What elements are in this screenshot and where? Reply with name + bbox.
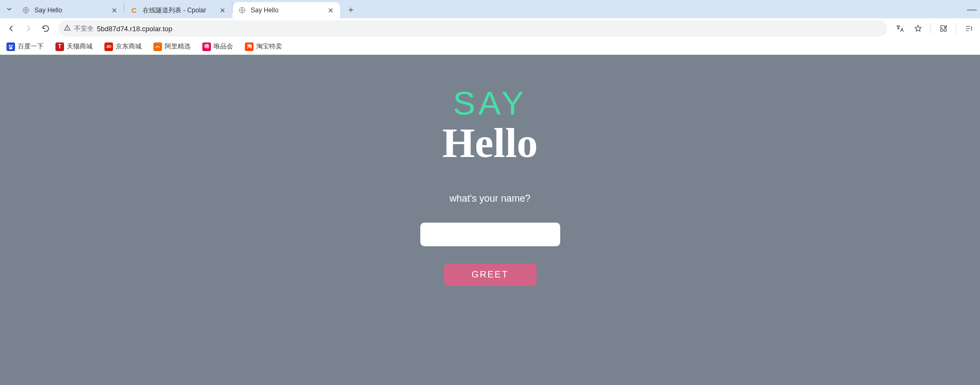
tab-search-button[interactable]	[2, 2, 16, 16]
bookmark-ali[interactable]: 阿里精选	[151, 41, 193, 52]
bookmark-vip[interactable]: 唯 唯品会	[200, 41, 235, 52]
svg-point-2	[67, 28, 67, 29]
reading-list-button[interactable]	[961, 20, 977, 37]
tab-0[interactable]: Say Hello ✕	[16, 2, 124, 18]
bookmark-label: 百度一下	[18, 42, 44, 51]
separator	[956, 23, 956, 34]
back-button[interactable]	[3, 20, 19, 37]
toolbar: 不安全 5bd87d74.r18.cpolar.top	[0, 18, 980, 39]
close-icon[interactable]: ✕	[110, 6, 118, 15]
extensions-button[interactable]	[935, 20, 951, 37]
url-text: 5bd87d74.r18.cpolar.top	[97, 25, 882, 33]
tab-1[interactable]: C 在线隧道列表 - Cpolar ✕	[124, 2, 232, 18]
globe-icon	[238, 6, 246, 15]
minimize-button[interactable]: —	[967, 4, 977, 15]
greet-button[interactable]: GREET	[444, 263, 537, 286]
separator	[930, 23, 931, 34]
bookmark-taobao[interactable]: 淘 淘宝特卖	[243, 41, 284, 52]
jd-icon: JD	[104, 42, 113, 51]
bookmark-label: 天猫商城	[67, 42, 93, 51]
svg-point-5	[9, 47, 12, 49]
bookmark-star-button[interactable]	[910, 20, 926, 37]
bookmark-label: 唯品会	[214, 42, 233, 51]
toolbar-right	[892, 20, 977, 37]
close-icon[interactable]: ✕	[218, 6, 227, 15]
translate-button[interactable]	[892, 20, 908, 37]
tab-title: 在线隧道列表 - Cpolar	[143, 6, 218, 15]
bookmark-jd[interactable]: JD 京东商城	[102, 41, 144, 52]
svg-point-4	[11, 45, 13, 46]
svg-point-3	[9, 45, 11, 46]
tab-title: Say Hello	[251, 6, 326, 14]
bookmark-label: 京东商城	[116, 42, 142, 51]
cpolar-icon: C	[130, 6, 138, 15]
tab-strip: Say Hello ✕ C 在线隧道列表 - Cpolar ✕ Say Hell…	[0, 0, 980, 18]
reload-button[interactable]	[38, 20, 54, 37]
tmall-icon: T	[55, 42, 64, 51]
heading-bottom: Hello	[442, 119, 538, 167]
bookmarks-bar: 百度一下 T 天猫商城 JD 京东商城 阿里精选 唯 唯品会 淘 淘宝特卖	[0, 39, 980, 55]
bookmark-label: 阿里精选	[165, 42, 191, 51]
vip-icon: 唯	[202, 42, 211, 51]
tab-title: Say Hello	[34, 6, 110, 14]
new-tab-button[interactable]: ＋	[343, 2, 358, 17]
page-content: SAY Hello what's your name? GREET	[0, 55, 980, 385]
bookmark-baidu[interactable]: 百度一下	[4, 41, 46, 52]
globe-icon	[22, 6, 30, 15]
address-bar[interactable]: 不安全 5bd87d74.r18.cpolar.top	[58, 20, 887, 37]
baidu-icon	[6, 42, 15, 51]
bookmark-label: 淘宝特卖	[256, 42, 282, 51]
heading-top: SAY	[453, 84, 527, 122]
security-label: 不安全	[74, 24, 94, 33]
bookmark-tmall[interactable]: T 天猫商城	[53, 41, 95, 52]
prompt-text: what's your name?	[449, 193, 531, 204]
ali-icon	[153, 42, 162, 51]
chevron-down-icon	[5, 5, 13, 13]
tab-2[interactable]: Say Hello ✕	[232, 2, 340, 18]
not-secure-icon	[64, 24, 71, 33]
taobao-icon: 淘	[245, 42, 253, 51]
close-icon[interactable]: ✕	[326, 6, 335, 15]
name-input[interactable]	[420, 223, 560, 246]
forward-button[interactable]	[20, 20, 37, 37]
